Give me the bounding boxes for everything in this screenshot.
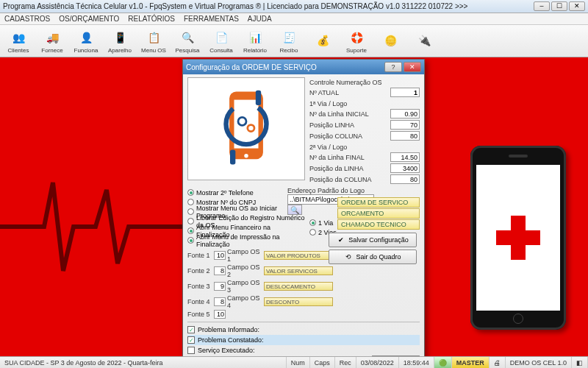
save-button[interactable]: ✔Salvar Configuração — [329, 233, 417, 247]
config-dialog: Configuração da ORDEM DE SERVIÇO ? ✕ — [182, 59, 425, 356]
support-icon: 🛟 — [348, 29, 365, 46]
campo-os4[interactable]: DESCONTO — [264, 297, 333, 306]
dialog-close-button[interactable]: ✕ — [404, 62, 421, 72]
worker-icon: 👤 — [77, 29, 95, 46]
radio-2vias[interactable] — [309, 229, 316, 236]
via1-pos-linha[interactable]: 70 — [390, 120, 420, 130]
status-time: 18:59:44 — [399, 357, 434, 368]
via1-label: 1ª Via / Logo — [309, 100, 420, 107]
logo-preview — [187, 77, 305, 180]
back-icon: ⟲ — [344, 252, 353, 261]
fonte5[interactable]: 10 — [214, 310, 226, 319]
search-icon: 🔍 — [290, 206, 299, 214]
chk-servico-executado[interactable] — [187, 347, 195, 354]
via2-label: 2ª Via / Logo — [309, 144, 420, 151]
tb-menuos[interactable]: 📋Menu OS — [138, 26, 169, 56]
via2-pos-coluna[interactable]: 80 — [390, 174, 420, 184]
window-title: Programa Assistência Técnica Celular v1.… — [3, 2, 534, 10]
opt-mostrar-cnpj[interactable] — [187, 199, 194, 205]
tab-orcamento[interactable]: ORCAMENTO — [337, 208, 420, 219]
tb-money[interactable]: 💰 — [307, 26, 338, 56]
browse-button[interactable]: 🔍 — [287, 205, 302, 215]
status-rec: Rec — [335, 357, 356, 368]
minimize-button[interactable]: – — [534, 1, 550, 11]
exit-icon: 🔌 — [415, 31, 434, 50]
fonte3[interactable]: 9 — [214, 282, 226, 291]
controle-label: Controle Numeração OS — [309, 79, 420, 86]
toolbar: 👥Clientes 🚚Fornece 👤Funciona 📱Aparelho 📋… — [0, 25, 588, 57]
tb-funciona[interactable]: 👤Funciona — [71, 26, 101, 56]
opt-mostrar-menuos[interactable] — [187, 208, 194, 215]
status-db-icon: 🟢 — [434, 357, 452, 368]
tb-exit[interactable]: 🔌 — [409, 26, 440, 56]
dialog-help-button[interactable]: ? — [384, 62, 402, 72]
status-logo-icon: ◧ — [572, 357, 588, 368]
tb-pesquisa[interactable]: 🔍Pesquisa — [172, 26, 203, 56]
status-right: DEMO OS CEL 1.0 — [506, 357, 572, 368]
status-bar: SUA CIDADE - SP 3 de Agosto de 2022 - Qu… — [0, 356, 588, 368]
opt-abrir-financeiro[interactable] — [187, 227, 194, 234]
red-cross-icon — [496, 216, 540, 260]
truck-icon: 🚚 — [43, 29, 61, 46]
coins-icon: 🪙 — [381, 31, 400, 50]
campo-os2[interactable]: VALOR SERVICOS — [264, 266, 333, 275]
maximize-button[interactable]: ☐ — [551, 1, 567, 11]
status-left: SUA CIDADE - SP 3 de Agosto de 2022 - Qu… — [0, 357, 287, 368]
opt-mostrar-2tel[interactable] — [187, 189, 194, 196]
svg-rect-7 — [230, 149, 235, 164]
menu-ajuda[interactable]: AJUDA — [248, 15, 272, 23]
tb-clientes[interactable]: 👥Clientes — [3, 26, 34, 56]
status-printer-icon: 🖨 — [490, 357, 506, 368]
status-caps: Caps — [310, 357, 335, 368]
tb-aparelho[interactable]: 📱Aparelho — [104, 26, 135, 56]
campo-os1[interactable]: VALOR PRODUTOS — [264, 251, 333, 260]
workspace: Configuração da ORDEM DE SERVIÇO ? ✕ — [0, 57, 588, 356]
radio-1via[interactable] — [309, 219, 316, 226]
via1-linha-inicial[interactable]: 0.90 — [390, 109, 420, 118]
chk-problema-informado[interactable] — [187, 326, 195, 333]
status-master: MASTER — [452, 357, 490, 368]
dialog.via2-pos-linha[interactable]: 3400 — [390, 163, 420, 173]
tb-coins[interactable]: 🪙 — [375, 26, 406, 56]
tab-chamado[interactable]: CHAMADO TECNICO — [337, 219, 420, 230]
tb-relatorio[interactable]: 📊Relatório — [240, 26, 270, 56]
fonte2[interactable]: 8 — [214, 266, 226, 275]
via1-pos-coluna[interactable]: 80 — [390, 131, 420, 141]
chart-icon: 📊 — [246, 29, 264, 46]
tb-recibo[interactable]: 🧾Recibo — [273, 26, 304, 56]
exit-button[interactable]: ⟲Sair do Quadro — [329, 250, 417, 264]
fonte1[interactable]: 10 — [214, 251, 226, 260]
svg-point-2 — [244, 154, 248, 158]
endereco-label: Endereço Padrão do Logo — [287, 187, 420, 194]
chk-problema-constatado[interactable] — [187, 336, 195, 344]
money-icon: 💰 — [313, 31, 332, 50]
phone-icon: 📱 — [111, 29, 129, 46]
phone-illustration — [470, 146, 566, 330]
dialog-titlebar: Configuração da ORDEM DE SERVIÇO ? ✕ — [183, 60, 424, 74]
menu-bar: CADASTROS OS/ORÇAMENTO RELATÓRIOS FERRAM… — [0, 13, 588, 25]
n-atual-value[interactable]: 1 — [390, 88, 420, 97]
close-button[interactable]: ✕ — [569, 1, 585, 11]
menu-relatorios[interactable]: RELATÓRIOS — [128, 15, 175, 23]
status-date: 03/08/2022 — [356, 357, 399, 368]
tb-suporte[interactable]: 🛟Suporte — [341, 26, 372, 56]
list-icon: 📋 — [145, 29, 162, 46]
menu-ferramentas[interactable]: FERRAMENTAS — [184, 15, 239, 23]
campo-os3[interactable]: DESLOCAMENTO — [264, 282, 333, 291]
receipt-icon: 🧾 — [280, 29, 298, 46]
svg-rect-6 — [256, 91, 261, 105]
people-icon: 👥 — [10, 29, 27, 46]
opt-liberar-edicao[interactable] — [187, 218, 194, 224]
fonte4[interactable]: 8 — [214, 297, 226, 306]
opt-abrir-impressao[interactable] — [187, 237, 194, 244]
n-atual-label: Nº ATUAL — [309, 89, 388, 96]
obs-padrao-button[interactable]: OBS Padrão — [372, 355, 420, 356]
status-num: Num — [287, 357, 310, 368]
menu-os-orcamento[interactable]: OS/ORÇAMENTO — [59, 15, 119, 23]
tab-os[interactable]: ORDEM DE SERVICO — [337, 197, 420, 208]
main-titlebar: Programa Assistência Técnica Celular v1.… — [0, 0, 588, 13]
via2-linha-final[interactable]: 14.50 — [390, 152, 420, 162]
menu-cadastros[interactable]: CADASTROS — [4, 15, 50, 23]
tb-consulta[interactable]: 📄Consulta — [206, 26, 237, 56]
tb-fornece[interactable]: 🚚Fornece — [37, 26, 68, 56]
